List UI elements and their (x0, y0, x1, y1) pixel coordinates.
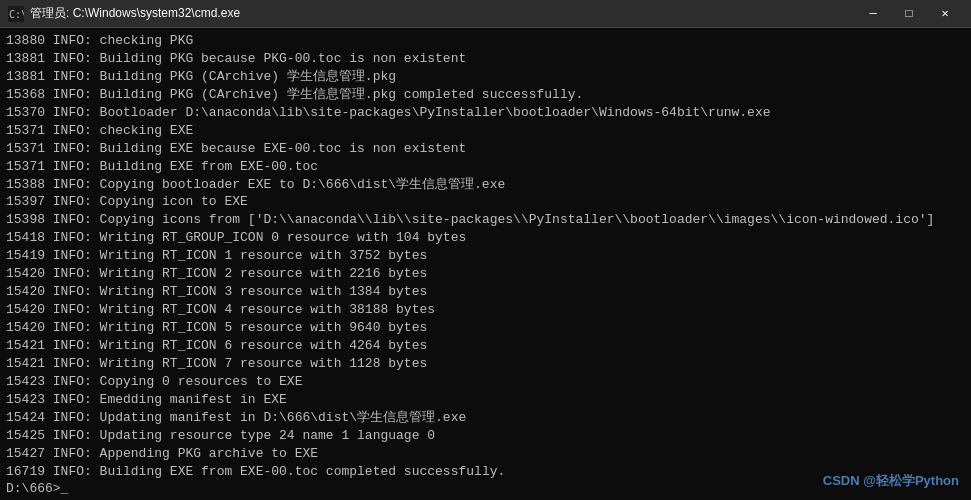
minimize-button[interactable]: ─ (855, 0, 891, 28)
console-line: 15423 INFO: Copying 0 resources to EXE (6, 373, 965, 391)
console-line: 15421 INFO: Writing RT_ICON 7 resource w… (6, 355, 965, 373)
console-line: 15397 INFO: Copying icon to EXE (6, 193, 965, 211)
console-line: 15398 INFO: Copying icons from ['D:\\ana… (6, 211, 965, 229)
console-line: 15423 INFO: Emedding manifest in EXE (6, 391, 965, 409)
console-line: 15420 INFO: Writing RT_ICON 4 resource w… (6, 301, 965, 319)
console-line: 13880 INFO: checking PKG (6, 32, 965, 50)
title-bar: C:\ 管理员: C:\Windows\system32\cmd.exe ─ □… (0, 0, 971, 28)
window-controls: ─ □ ✕ (855, 0, 963, 28)
window-title: 管理员: C:\Windows\system32\cmd.exe (30, 5, 855, 22)
cmd-window: C:\ 管理员: C:\Windows\system32\cmd.exe ─ □… (0, 0, 971, 500)
console-line: 15427 INFO: Appending PKG archive to EXE (6, 445, 965, 463)
console-line: 15424 INFO: Updating manifest in D:\666\… (6, 409, 965, 427)
console-line: D:\666>_ (6, 480, 965, 498)
console-line: 15425 INFO: Updating resource type 24 na… (6, 427, 965, 445)
console-line: 15371 INFO: checking EXE (6, 122, 965, 140)
console-line: 15418 INFO: Writing RT_GROUP_ICON 0 reso… (6, 229, 965, 247)
console-output[interactable]: 13880 INFO: checking PKG13881 INFO: Buil… (0, 28, 971, 500)
svg-text:C:\: C:\ (9, 9, 24, 20)
console-line: 15420 INFO: Writing RT_ICON 3 resource w… (6, 283, 965, 301)
maximize-button[interactable]: □ (891, 0, 927, 28)
cmd-icon: C:\ (8, 6, 24, 22)
close-button[interactable]: ✕ (927, 0, 963, 28)
console-line: 13881 INFO: Building PKG (CArchive) 学生信息… (6, 68, 965, 86)
console-line: 15371 INFO: Building EXE from EXE-00.toc (6, 158, 965, 176)
console-line: 15388 INFO: Copying bootloader EXE to D:… (6, 176, 965, 194)
console-line: 15370 INFO: Bootloader D:\anaconda\lib\s… (6, 104, 965, 122)
watermark: CSDN @轻松学Python (823, 472, 959, 490)
console-line: 15368 INFO: Building PKG (CArchive) 学生信息… (6, 86, 965, 104)
console-line: 15420 INFO: Writing RT_ICON 2 resource w… (6, 265, 965, 283)
console-line: 13881 INFO: Building PKG because PKG-00.… (6, 50, 965, 68)
console-line: 15419 INFO: Writing RT_ICON 1 resource w… (6, 247, 965, 265)
console-line: 15421 INFO: Writing RT_ICON 6 resource w… (6, 337, 965, 355)
console-line: 15371 INFO: Building EXE because EXE-00.… (6, 140, 965, 158)
console-line: 16719 INFO: Building EXE from EXE-00.toc… (6, 463, 965, 481)
console-line: 15420 INFO: Writing RT_ICON 5 resource w… (6, 319, 965, 337)
